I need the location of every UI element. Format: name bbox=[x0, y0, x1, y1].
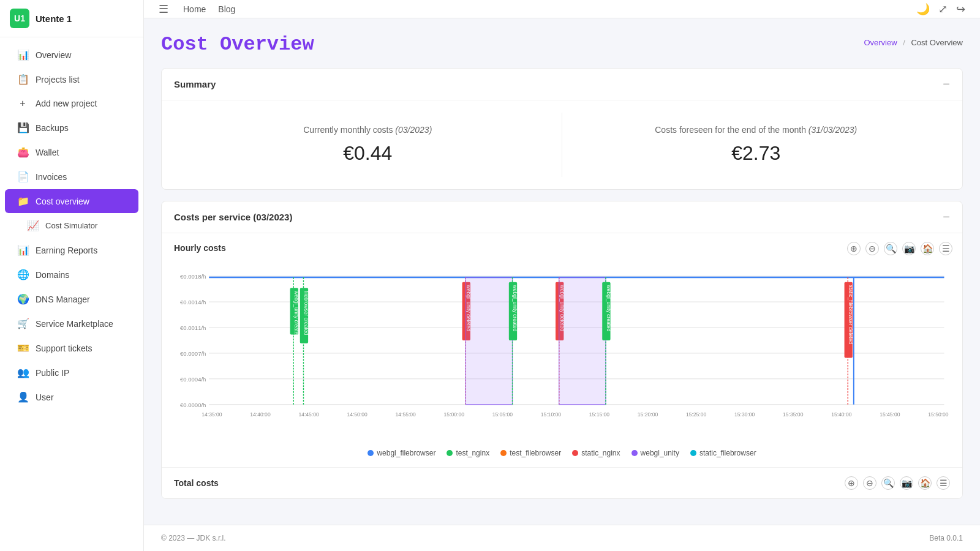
svg-text:15:15:00: 15:15:00 bbox=[589, 411, 610, 418]
sidebar-item-invoices[interactable]: 📄 Invoices bbox=[5, 165, 138, 189]
page-title: Cost Overview bbox=[161, 33, 314, 56]
svg-text:14:35:00: 14:35:00 bbox=[202, 411, 222, 418]
footer-version: Beta 0.0.1 bbox=[929, 534, 963, 542]
sidebar-item-user[interactable]: 👤 User bbox=[5, 385, 138, 409]
sidebar-item-projects-list[interactable]: 📋 Projects list bbox=[5, 67, 138, 91]
sidebar-item-backups[interactable]: 💾 Backups bbox=[5, 116, 138, 140]
summary-current: Currently monthly costs (03/2023) €0.44 bbox=[174, 113, 562, 177]
svg-text:15:35:00: 15:35:00 bbox=[783, 411, 804, 418]
sidebar-item-domains[interactable]: 🌐 Domains bbox=[5, 263, 138, 287]
total-costs-title: Total costs bbox=[174, 478, 219, 488]
projects-list-icon: 📋 bbox=[17, 73, 28, 85]
summary-current-period: (03/2023) bbox=[395, 125, 432, 135]
logout-icon[interactable]: ↪ bbox=[956, 2, 965, 16]
sidebar-item-dns-manager[interactable]: 🌍 DNS Manager bbox=[5, 287, 138, 311]
sidebar-item-label-add-new-project: Add new project bbox=[36, 99, 97, 108]
hourly-chart-title: Hourly costs bbox=[174, 243, 950, 253]
legend-label-webgl-unity: webgl_unity bbox=[641, 449, 679, 457]
summary-card-body: Currently monthly costs (03/2023) €0.44 … bbox=[162, 100, 962, 189]
fullscreen-icon[interactable]: ⤢ bbox=[938, 2, 948, 16]
chart-zoom-out-btn[interactable]: ⊖ bbox=[865, 242, 879, 255]
overview-icon: 📊 bbox=[17, 49, 28, 61]
summary-foreseen: Costs foreseen for the end of the month … bbox=[562, 113, 951, 177]
sidebar-logo: U1 Utente 1 bbox=[0, 0, 143, 37]
earning-reports-icon: 📊 bbox=[17, 244, 28, 256]
dark-mode-icon[interactable]: 🌙 bbox=[916, 2, 930, 16]
summary-current-label: Currently monthly costs (03/2023) bbox=[186, 125, 549, 135]
total-zoom-in-btn[interactable]: ⊕ bbox=[845, 476, 858, 490]
legend-label-webgl-filebrowser: webgl_filebrowser bbox=[377, 449, 435, 457]
page-content-area: Cost Overview Overview / Cost Overview S… bbox=[144, 18, 980, 525]
sidebar-item-label-domains: Domains bbox=[36, 270, 69, 280]
sidebar-item-cost-simulator[interactable]: 📈 Cost Simulator bbox=[5, 214, 138, 238]
costs-per-service-title: Costs per service (03/2023) bbox=[174, 212, 292, 222]
sidebar-item-earning-reports[interactable]: 📊 Earning Reports bbox=[5, 238, 138, 262]
sidebar-item-support-tickets[interactable]: 🎫 Support tickets bbox=[5, 336, 138, 360]
legend-dot-webgl-unity bbox=[631, 450, 638, 456]
sidebar-item-service-marketplace[interactable]: 🛒 Service Marketplace bbox=[5, 312, 138, 335]
chart-home-btn[interactable]: 🏠 bbox=[921, 242, 934, 255]
total-home-btn[interactable]: 🏠 bbox=[918, 476, 932, 490]
chart-save-btn[interactable]: 📷 bbox=[902, 242, 916, 255]
svg-rect-22 bbox=[466, 277, 512, 405]
costs-per-service-collapse-btn[interactable]: − bbox=[943, 210, 950, 224]
total-magnify-btn[interactable]: 🔍 bbox=[881, 476, 895, 490]
user-icon: 👤 bbox=[17, 391, 28, 403]
hourly-chart-container: Hourly costs ⊕ ⊖ 🔍 📷 🏠 ☰ bbox=[162, 233, 962, 467]
svg-text:15:00:00: 15:00:00 bbox=[444, 411, 465, 418]
public-ip-icon: 👥 bbox=[17, 367, 28, 378]
add-new-project-icon: + bbox=[17, 98, 28, 109]
sidebar-item-add-new-project[interactable]: + Add new project bbox=[5, 92, 138, 115]
legend-label-static-nginx: static_nginx bbox=[581, 449, 620, 457]
chart-magnify-btn[interactable]: 🔍 bbox=[884, 242, 897, 255]
sidebar: U1 Utente 1 📊 Overview 📋 Projects list +… bbox=[0, 0, 144, 551]
chart-zoom-in-btn[interactable]: ⊕ bbox=[847, 242, 861, 255]
svg-text:14:55:00: 14:55:00 bbox=[396, 411, 417, 418]
total-save-btn[interactable]: 📷 bbox=[900, 476, 913, 490]
svg-text:15:20:00: 15:20:00 bbox=[638, 411, 658, 418]
summary-foreseen-label: Costs foreseen for the end of the month … bbox=[575, 125, 938, 135]
legend-dot-test-filebrowser bbox=[500, 450, 507, 456]
legend-dot-static-nginx bbox=[572, 450, 578, 456]
svg-text:webgl_unity created: webgl_unity created bbox=[512, 284, 518, 331]
summary-collapse-btn[interactable]: − bbox=[943, 77, 950, 91]
summary-foreseen-period: (31/03/2023) bbox=[809, 125, 857, 135]
total-costs-controls: ⊕ ⊖ 🔍 📷 🏠 ☰ bbox=[845, 476, 950, 490]
summary-grid: Currently monthly costs (03/2023) €0.44 … bbox=[174, 113, 950, 177]
legend-label-static-filebrowser: static_filebrowser bbox=[699, 449, 756, 457]
sidebar-item-cost-overview[interactable]: 📁 Cost overview bbox=[5, 189, 138, 213]
sidebar-item-public-ip[interactable]: 👥 Public IP bbox=[5, 361, 138, 384]
breadcrumb-home[interactable]: Overview bbox=[864, 38, 897, 47]
svg-text:15:45:00: 15:45:00 bbox=[880, 411, 900, 418]
svg-text:14:45:00: 14:45:00 bbox=[298, 411, 319, 418]
total-costs-row: Total costs ⊕ ⊖ 🔍 📷 🏠 ☰ bbox=[162, 467, 962, 498]
total-zoom-out-btn[interactable]: ⊖ bbox=[863, 476, 876, 490]
menu-icon[interactable]: ☰ bbox=[159, 2, 168, 16]
legend-dot-test-nginx bbox=[447, 450, 453, 456]
hourly-chart-svg-wrapper: €0.0018/h €0.0014/h €0.0011/h €0.0007/h … bbox=[174, 260, 950, 444]
svg-rect-29 bbox=[559, 277, 606, 405]
chart-menu-btn[interactable]: ☰ bbox=[939, 242, 952, 255]
sidebar-item-label-backups: Backups bbox=[36, 123, 69, 133]
svg-text:static_filebrowser deleted: static_filebrowser deleted bbox=[848, 285, 854, 344]
sidebar-item-wallet[interactable]: 👛 Wallet bbox=[5, 140, 138, 164]
svg-text:15:05:00: 15:05:00 bbox=[492, 411, 513, 418]
svg-text:€0.0004/h: €0.0004/h bbox=[180, 376, 206, 383]
total-menu-btn[interactable]: ☰ bbox=[937, 476, 950, 490]
sidebar-item-label-earning-reports: Earning Reports bbox=[36, 246, 97, 255]
topbar-home-link[interactable]: Home bbox=[183, 4, 206, 14]
app-logo-icon: U1 bbox=[10, 9, 29, 28]
dns-manager-icon: 🌍 bbox=[17, 293, 28, 305]
legend-label-test-filebrowser: test_filebrowser bbox=[510, 449, 561, 457]
support-tickets-icon: 🎫 bbox=[17, 342, 28, 354]
sidebar-item-overview[interactable]: 📊 Overview bbox=[5, 43, 138, 67]
sidebar-item-label-invoices: Invoices bbox=[36, 172, 67, 182]
sidebar-item-label-cost-overview: Cost overview bbox=[36, 197, 89, 206]
summary-title: Summary bbox=[174, 79, 216, 89]
topbar-blog-link[interactable]: Blog bbox=[218, 4, 235, 14]
summary-foreseen-value: €2.73 bbox=[575, 142, 938, 165]
svg-text:15:50:00: 15:50:00 bbox=[928, 411, 949, 418]
svg-text:webgl_unity created: webgl_unity created bbox=[293, 290, 300, 337]
svg-text:14:50:00: 14:50:00 bbox=[347, 411, 368, 418]
sidebar-nav: 📊 Overview 📋 Projects list + Add new pro… bbox=[0, 37, 143, 551]
